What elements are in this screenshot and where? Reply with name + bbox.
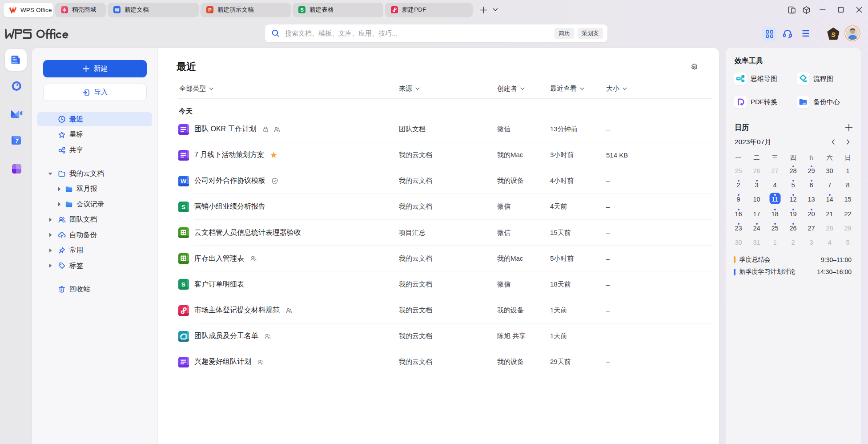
- calendar-day[interactable]: 25: [729, 163, 747, 177]
- calendar-day[interactable]: 10: [747, 191, 766, 206]
- filter-creator[interactable]: 创建者: [497, 85, 550, 93]
- calendar-add-icon[interactable]: [845, 124, 853, 132]
- calendar-day[interactable]: 21: [820, 206, 839, 220]
- calendar-day[interactable]: 20: [802, 206, 820, 220]
- file-row[interactable]: 团队成员及分工名单 我的云文档 陈旭 共享 1天前 –: [178, 323, 712, 349]
- caret-right-icon[interactable]: [57, 202, 61, 206]
- sidebar-item-shared[interactable]: 共享: [37, 143, 152, 157]
- calendar-day[interactable]: 14: [820, 191, 839, 206]
- rail-calendar-button[interactable]: 7: [12, 136, 21, 145]
- calendar-day[interactable]: 1: [766, 234, 784, 249]
- calendar-day[interactable]: 30: [820, 163, 839, 177]
- file-row[interactable]: S 营销小组业绩分析报告 我的云文档 微信 4天前 –: [178, 194, 712, 220]
- calendar-day[interactable]: 12: [784, 191, 802, 206]
- calendar-day[interactable]: 15: [839, 191, 857, 206]
- filter-source[interactable]: 来源: [399, 85, 497, 93]
- rail-meeting-button[interactable]: [11, 109, 23, 119]
- calendar-next-icon[interactable]: [845, 139, 851, 145]
- calendar-day[interactable]: 28: [784, 163, 802, 177]
- sidebar-item-starred[interactable]: 星标: [37, 128, 152, 142]
- calendar-day[interactable]: 2: [729, 177, 747, 191]
- file-row[interactable]: 云文档管人员信息统计表理器验收 项目汇总 微信 15天前 –: [178, 220, 712, 246]
- menu-lines-button[interactable]: [801, 28, 811, 38]
- tool-flowchart[interactable]: 流程图: [797, 73, 833, 85]
- tab-new-presentation[interactable]: P 新建演示文稿: [201, 3, 291, 17]
- sidebar-item-frequent[interactable]: 常用: [37, 243, 152, 258]
- filter-all-types[interactable]: 全部类型: [178, 85, 399, 93]
- minimize-icon[interactable]: [818, 5, 827, 14]
- file-row[interactable]: 兴趣爱好组队计划 我的云文档 我的设备 29天前 –: [178, 349, 712, 375]
- sidebar-item-my-cloud-docs[interactable]: 我的云文档: [37, 166, 152, 181]
- sidebar-item-tags[interactable]: 标签: [37, 258, 152, 273]
- sidebar-item-team-docs[interactable]: 团队文档: [37, 213, 152, 227]
- caret-right-icon[interactable]: [48, 263, 52, 268]
- device-sync-icon[interactable]: [788, 5, 796, 14]
- calendar-day[interactable]: 26: [784, 220, 802, 234]
- tab-wps-office[interactable]: WPS Office: [4, 3, 53, 17]
- calendar-day[interactable]: 2: [784, 234, 802, 249]
- add-tab-button[interactable]: [479, 5, 488, 14]
- event-item[interactable]: 季度总结会 9:30–11:00: [734, 254, 852, 266]
- search-tag-resume[interactable]: 简历: [555, 28, 574, 39]
- calendar-day[interactable]: 27: [766, 163, 784, 177]
- calendar-day[interactable]: 4: [820, 234, 839, 249]
- search-bar[interactable]: 搜索文档、模板、文库、应用、技巧... 简历 策划案: [265, 24, 607, 42]
- caret-down-icon[interactable]: [48, 172, 52, 175]
- file-row[interactable]: 市场主体登记提交材料规范 我的云文档 我的设备 1天前 –: [178, 297, 712, 323]
- tool-backup-center[interactable]: 备份中心: [797, 96, 840, 108]
- avatar[interactable]: [844, 25, 860, 41]
- calendar-prev-icon[interactable]: [830, 139, 836, 145]
- calendar-day[interactable]: 3: [747, 177, 766, 191]
- tab-new-spreadsheet[interactable]: S 新建表格: [293, 3, 383, 17]
- calendar-day[interactable]: 17: [747, 206, 766, 220]
- calendar-day[interactable]: 25: [766, 220, 784, 234]
- event-item[interactable]: 新季度学习计划讨论 14:30–16:00: [734, 266, 852, 279]
- headset-button[interactable]: [782, 28, 793, 39]
- search-tag-plan[interactable]: 策划案: [578, 28, 603, 39]
- calendar-day[interactable]: 6: [802, 177, 820, 191]
- file-row[interactable]: 团队 OKR 工作计划 团队文档 微信 13分钟前 –: [178, 117, 712, 142]
- file-row[interactable]: 7 月线下活动策划方案 我的云文档 我的Mac 3小时前 514 KB: [178, 142, 712, 168]
- sidebar-item-bimonthly-report[interactable]: 双月报: [37, 182, 152, 196]
- apps-grid-button[interactable]: [762, 27, 776, 41]
- rail-documents-button[interactable]: [5, 49, 27, 71]
- calendar-day[interactable]: 7: [820, 177, 839, 191]
- gear-icon[interactable]: [691, 63, 698, 71]
- calendar-day[interactable]: 4: [766, 177, 784, 191]
- caret-right-icon[interactable]: [48, 233, 52, 237]
- caret-right-icon[interactable]: [48, 248, 52, 253]
- caret-right-icon[interactable]: [48, 218, 52, 222]
- calendar-day[interactable]: 31: [747, 234, 766, 249]
- components-cube-icon[interactable]: [802, 5, 811, 14]
- tool-mindmap[interactable]: 思维导图: [734, 73, 777, 85]
- calendar-day[interactable]: 16: [729, 206, 747, 220]
- calendar-day[interactable]: 3: [802, 234, 820, 249]
- calendar-day[interactable]: 23: [729, 220, 747, 234]
- calendar-day[interactable]: 1: [839, 163, 857, 177]
- calendar-day[interactable]: 28: [820, 220, 839, 234]
- calendar-day[interactable]: 30: [729, 234, 747, 249]
- filter-recent-view[interactable]: 最近查看: [550, 85, 606, 93]
- file-row[interactable]: 库存出入管理表 我的云文档 我的Mac 5小时前 –: [178, 246, 712, 271]
- tab-list-chevron-icon[interactable]: [491, 5, 500, 14]
- calendar-day[interactable]: 13: [802, 191, 820, 206]
- calendar-day[interactable]: 5: [784, 177, 802, 191]
- calendar-day[interactable]: 27: [802, 220, 820, 234]
- calendar-day[interactable]: 29: [802, 163, 820, 177]
- tab-new-pdf[interactable]: 新建PDF: [385, 3, 473, 17]
- tab-docer-store[interactable]: 稻壳商城: [55, 3, 106, 17]
- close-icon[interactable]: [855, 5, 864, 14]
- import-button[interactable]: 导入: [43, 84, 147, 101]
- calendar-day[interactable]: 18: [766, 206, 784, 220]
- calendar-day[interactable]: 26: [747, 163, 766, 177]
- vip-badge-icon[interactable]: S: [827, 27, 840, 40]
- rail-chat-button[interactable]: [12, 81, 21, 91]
- calendar-day[interactable]: 19: [784, 206, 802, 220]
- calendar-day[interactable]: 5: [839, 234, 857, 249]
- caret-right-icon[interactable]: [57, 187, 61, 191]
- filter-size[interactable]: 大小: [606, 85, 712, 93]
- tool-pdf-convert[interactable]: PDF转换: [734, 96, 777, 108]
- rail-apps-button[interactable]: [12, 164, 21, 174]
- sidebar-item-recent[interactable]: 最近: [37, 112, 152, 126]
- calendar-day[interactable]: 24: [747, 220, 766, 234]
